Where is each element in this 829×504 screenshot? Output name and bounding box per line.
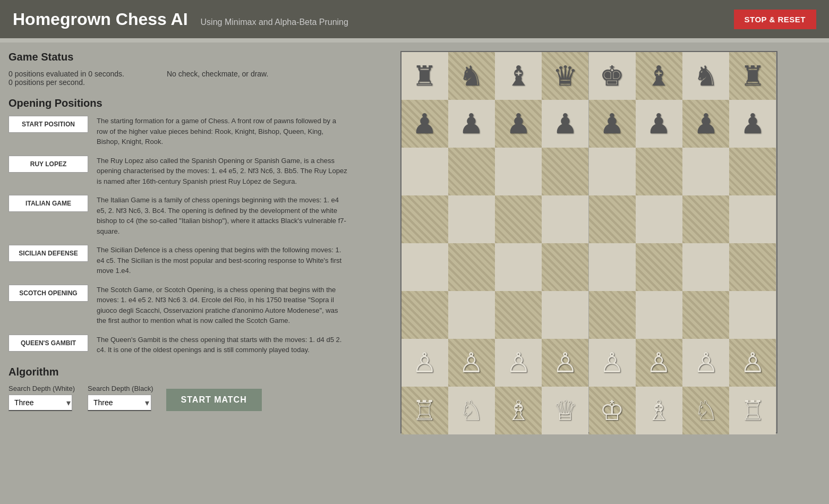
cell-r7c6[interactable]: ♘: [682, 387, 729, 434]
opening-button-3[interactable]: SICILIAN DEFENSE: [8, 245, 88, 262]
white-depth-wrapper: OneTwoThreeFourFive: [8, 395, 75, 411]
cell-r6c4[interactable]: ♙: [589, 339, 636, 387]
cell-r7c5[interactable]: ♗: [636, 387, 682, 434]
cell-r5c4[interactable]: [589, 291, 636, 339]
cell-r7c7[interactable]: ♖: [729, 387, 776, 434]
cell-r0c6[interactable]: ♞: [682, 52, 729, 100]
white-depth-select[interactable]: OneTwoThreeFourFive: [8, 395, 72, 411]
cell-r6c3[interactable]: ♙: [542, 339, 588, 387]
cell-r7c2[interactable]: ♗: [495, 387, 542, 434]
cell-r3c0[interactable]: [401, 195, 448, 243]
cell-r4c2[interactable]: [495, 243, 542, 291]
cell-r0c4[interactable]: ♚: [589, 52, 636, 100]
piece-r6c3: ♙: [553, 349, 578, 377]
white-depth-label: Search Depth (White): [8, 385, 75, 392]
opening-button-1[interactable]: RUY LOPEZ: [8, 156, 88, 173]
piece-r7c4: ♔: [600, 397, 625, 424]
cell-r5c0[interactable]: [401, 291, 448, 339]
cell-r3c1[interactable]: [448, 195, 495, 243]
cell-r6c6[interactable]: ♙: [682, 339, 729, 387]
cell-r1c3[interactable]: ♟: [542, 100, 588, 148]
cell-r1c2[interactable]: ♟: [495, 100, 542, 148]
cell-r4c0[interactable]: [401, 243, 448, 291]
cell-r6c5[interactable]: ♙: [636, 339, 682, 387]
cell-r0c1[interactable]: ♞: [448, 52, 495, 100]
cell-r7c3[interactable]: ♕: [542, 387, 588, 434]
cell-r0c0[interactable]: ♜: [401, 52, 448, 100]
cell-r4c1[interactable]: [448, 243, 495, 291]
cell-r2c5[interactable]: [636, 148, 682, 195]
cell-r3c6[interactable]: [682, 195, 729, 243]
cell-r5c5[interactable]: [636, 291, 682, 339]
cell-r3c2[interactable]: [495, 195, 542, 243]
cell-r1c4[interactable]: ♟: [589, 100, 636, 148]
cell-r2c3[interactable]: [542, 148, 588, 195]
cell-r0c5[interactable]: ♝: [636, 52, 682, 100]
cell-r2c0[interactable]: [401, 148, 448, 195]
piece-r1c2: ♟: [506, 110, 531, 138]
cell-r1c1[interactable]: ♟: [448, 100, 495, 148]
piece-r6c7: ♙: [740, 349, 765, 377]
app-title: Homegrown Chess AI: [13, 10, 188, 29]
cell-r5c6[interactable]: [682, 291, 729, 339]
black-depth-label: Search Depth (Black): [88, 385, 153, 392]
opening-row: QUEEN'S GAMBITThe Queen's Gambit is the …: [8, 335, 348, 355]
algorithm-title: Algorithm: [8, 366, 348, 378]
opening-description-0: The starting formation for a game of Che…: [97, 116, 348, 147]
cell-r0c3[interactable]: ♛: [542, 52, 588, 100]
cell-r7c4[interactable]: ♔: [589, 387, 636, 434]
cell-r0c7[interactable]: ♜: [729, 52, 776, 100]
cell-r6c0[interactable]: ♙: [401, 339, 448, 387]
piece-r6c0: ♙: [412, 349, 437, 377]
opening-button-2[interactable]: ITALIAN GAME: [8, 195, 88, 212]
cell-r4c7[interactable]: [729, 243, 776, 291]
cell-r0c2[interactable]: ♝: [495, 52, 542, 100]
cell-r1c5[interactable]: ♟: [636, 100, 682, 148]
header-left: Homegrown Chess AI Using Minimax and Alp…: [13, 10, 348, 29]
cell-r2c7[interactable]: [729, 148, 776, 195]
opening-row: ITALIAN GAMEThe Italian Game is a family…: [8, 195, 348, 236]
opening-button-5[interactable]: QUEEN'S GAMBIT: [8, 335, 88, 352]
cell-r5c1[interactable]: [448, 291, 495, 339]
opening-button-0[interactable]: START POSITION: [8, 116, 88, 133]
cell-r2c1[interactable]: [448, 148, 495, 195]
cell-r6c1[interactable]: ♙: [448, 339, 495, 387]
piece-r7c2: ♗: [506, 397, 531, 424]
cell-r7c0[interactable]: ♖: [401, 387, 448, 434]
cell-r5c7[interactable]: [729, 291, 776, 339]
piece-r7c5: ♗: [646, 397, 671, 424]
cell-r3c5[interactable]: [636, 195, 682, 243]
piece-r1c0: ♟: [412, 110, 437, 138]
positions-evaluated-text: 0 positions evaluated in 0 seconds. 0 po…: [8, 70, 124, 87]
cell-r4c5[interactable]: [636, 243, 682, 291]
piece-r6c5: ♙: [646, 349, 671, 377]
cell-r1c7[interactable]: ♟: [729, 100, 776, 148]
stop-reset-button[interactable]: STOP & RESET: [734, 10, 816, 29]
piece-r7c1: ♘: [459, 397, 484, 424]
black-depth-wrapper: OneTwoThreeFourFive: [88, 395, 153, 411]
cell-r2c2[interactable]: [495, 148, 542, 195]
cell-r5c2[interactable]: [495, 291, 542, 339]
cell-r3c4[interactable]: [589, 195, 636, 243]
cell-r3c7[interactable]: [729, 195, 776, 243]
black-depth-select[interactable]: OneTwoThreeFourFive: [88, 395, 151, 411]
sub-header-bar: [0, 38, 829, 42]
piece-r7c6: ♘: [694, 397, 719, 424]
opening-description-1: The Ruy Lopez also called the Spanish Op…: [97, 156, 348, 187]
start-match-button[interactable]: START MATCH: [166, 389, 262, 411]
cell-r2c6[interactable]: [682, 148, 729, 195]
cell-r4c6[interactable]: [682, 243, 729, 291]
left-panel: Game Status 0 positions evaluated in 0 s…: [8, 51, 348, 411]
cell-r6c2[interactable]: ♙: [495, 339, 542, 387]
cell-r1c6[interactable]: ♟: [682, 100, 729, 148]
cell-r4c3[interactable]: [542, 243, 588, 291]
cell-r2c4[interactable]: [589, 148, 636, 195]
cell-r3c3[interactable]: [542, 195, 588, 243]
piece-r6c4: ♙: [600, 349, 625, 377]
cell-r5c3[interactable]: [542, 291, 588, 339]
cell-r6c7[interactable]: ♙: [729, 339, 776, 387]
cell-r7c1[interactable]: ♘: [448, 387, 495, 434]
cell-r1c0[interactable]: ♟: [401, 100, 448, 148]
cell-r4c4[interactable]: [589, 243, 636, 291]
opening-button-4[interactable]: SCOTCH OPENING: [8, 285, 88, 302]
